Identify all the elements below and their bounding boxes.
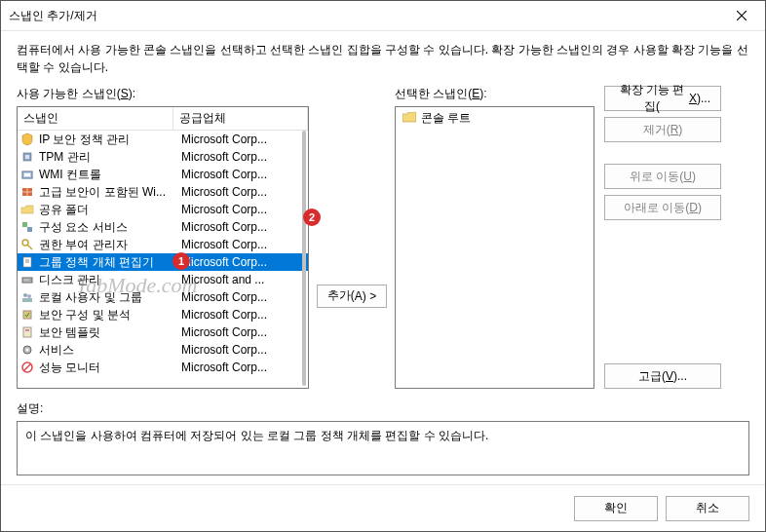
window-title: 스냅인 추가/제거 — [9, 8, 726, 24]
snapin-name: 로컬 사용자 및 그룹 — [37, 289, 175, 306]
close-button[interactable] — [726, 4, 757, 27]
close-icon — [737, 11, 747, 20]
svg-rect-3 — [25, 155, 29, 159]
description-text: 이 스냅인을 사용하여 컴퓨터에 저장되어 있는 로컬 그룹 정책 개체를 편집… — [25, 429, 488, 442]
svg-line-12 — [27, 245, 32, 249]
snapin-vendor: Microsoft Corp... — [175, 238, 308, 251]
svg-rect-10 — [27, 227, 32, 232]
ok-button[interactable]: 확인 — [574, 496, 658, 521]
annotation-badge-2: 2 — [303, 209, 321, 226]
annotation-badge-1: 1 — [172, 252, 190, 270]
gear-icon — [19, 342, 35, 358]
list-item[interactable]: 권한 부여 관리자Microsoft Corp... — [18, 236, 308, 253]
move-down-button[interactable]: 아래로 이동(D) — [604, 195, 721, 220]
edit-extensions-button[interactable]: 확장 기능 편집(X)... — [604, 86, 721, 111]
snapin-vendor: Microsoft Corp... — [175, 361, 308, 374]
snapin-name: 공유 폴더 — [37, 202, 175, 218]
list-item[interactable]: 그룹 정책 개체 편집기Microsoft Corp... — [18, 253, 308, 271]
shield-icon — [19, 132, 35, 147]
remove-button[interactable]: 제거(R) — [604, 117, 721, 142]
available-label: 사용 가능한 스냅인(S): — [17, 86, 309, 102]
dialog-footer: 확인 취소 — [1, 484, 765, 531]
snapin-vendor: Microsoft Corp... — [175, 308, 308, 322]
list-item[interactable]: 고급 보안이 포함된 Wi...Microsoft Corp... — [18, 183, 308, 201]
titlebar: 스냅인 추가/제거 — [1, 1, 765, 30]
svg-rect-5 — [24, 173, 30, 176]
perf-icon — [19, 360, 35, 375]
add-button[interactable]: 추가(A) > — [317, 285, 387, 308]
snapin-name: IP 보안 정책 관리 — [37, 132, 175, 148]
component-icon — [19, 219, 35, 235]
snapin-vendor: Microsoft Corp... — [175, 150, 308, 164]
folder-icon — [402, 110, 417, 126]
svg-rect-21 — [23, 311, 31, 319]
tree-root-item[interactable]: 콘솔 루트 — [398, 109, 592, 127]
firewall-icon — [19, 184, 35, 200]
list-header[interactable]: 스냅인 공급업체 — [18, 107, 308, 131]
snapin-vendor: Microsoft Corp... — [175, 185, 308, 199]
snapin-name: 그룹 정책 개체 편집기 — [37, 254, 175, 271]
scrollbar[interactable] — [302, 131, 306, 386]
wmi-icon — [19, 167, 35, 182]
secdb-icon — [19, 307, 35, 323]
move-up-button[interactable]: 위로 이동(U) — [604, 164, 721, 189]
dialog-description: 컴퓨터에서 사용 가능한 콘솔 스냅인을 선택하고 선택한 스냅인 집합을 구성… — [17, 41, 749, 76]
selected-snapins-tree[interactable]: 콘솔 루트 — [395, 106, 594, 389]
advanced-button[interactable]: 고급(V)... — [604, 363, 721, 389]
snapin-vendor: Microsoft Corp... — [175, 168, 308, 181]
snapin-name: 보안 구성 및 분석 — [37, 307, 175, 323]
list-item[interactable]: 보안 템플릿Microsoft Corp... — [18, 323, 308, 341]
snapin-name: 서비스 — [37, 342, 175, 359]
list-item[interactable]: TPM 관리Microsoft Corp... — [18, 148, 308, 166]
snapin-name: 보안 템플릿 — [37, 324, 175, 341]
description-label: 설명: — [17, 400, 749, 417]
snapin-name: 성능 모니터 — [37, 360, 175, 376]
snapin-vendor: Microsoft Corp... — [175, 133, 308, 146]
snapin-name: 권한 부여 관리자 — [37, 237, 175, 253]
svg-point-25 — [26, 349, 29, 352]
description-frame: 이 스냅인을 사용하여 컴퓨터에 저장되어 있는 로컬 그룹 정책 개체를 편집… — [17, 421, 749, 475]
snapin-dialog: 스냅인 추가/제거 컴퓨터에서 사용 가능한 콘솔 스냅인을 선택하고 선택한 … — [0, 0, 766, 532]
disk-icon — [19, 272, 35, 287]
snapin-vendor: Microsoft Corp... — [175, 325, 308, 339]
list-item[interactable]: 보안 구성 및 분석Microsoft Corp... — [18, 306, 308, 323]
snapin-vendor: Microsoft Corp... — [175, 343, 308, 357]
list-item[interactable]: 디스크 관리Microsoft and ... — [18, 271, 308, 288]
col-snapin[interactable]: 스냅인 — [18, 107, 173, 130]
doc-icon — [19, 254, 35, 270]
list-item[interactable]: 구성 요소 서비스Microsoft Corp... — [18, 218, 308, 236]
available-snapins-list[interactable]: 스냅인 공급업체 IP 보안 정책 관리Microsoft Corp...TPM… — [17, 106, 309, 389]
tree-root-label: 콘솔 루트 — [421, 110, 471, 127]
snapin-vendor: Microsoft Corp... — [175, 290, 308, 304]
svg-rect-20 — [22, 298, 32, 302]
snapin-name: 고급 보안이 포함된 Wi... — [37, 184, 175, 201]
list-item[interactable]: IP 보안 정책 관리Microsoft Corp... — [18, 131, 308, 148]
svg-rect-23 — [25, 329, 29, 331]
list-item[interactable]: 로컬 사용자 및 그룹Microsoft Corp... — [18, 288, 308, 306]
chip-icon — [19, 149, 35, 165]
snapin-name: TPM 관리 — [37, 149, 175, 166]
key-icon — [19, 237, 35, 252]
sectempl-icon — [19, 324, 35, 340]
list-item[interactable]: 서비스Microsoft Corp... — [18, 341, 308, 359]
svg-point-19 — [27, 294, 31, 298]
snapin-vendor: Microsoft Corp... — [175, 255, 308, 269]
col-vendor[interactable]: 공급업체 — [173, 107, 308, 130]
list-item[interactable]: 공유 폴더Microsoft Corp... — [18, 201, 308, 218]
snapin-name: 구성 요소 서비스 — [37, 219, 175, 236]
snapin-name: 디스크 관리 — [37, 272, 175, 288]
svg-rect-22 — [23, 327, 31, 337]
snapin-vendor: Microsoft Corp... — [175, 203, 308, 216]
snapin-vendor: Microsoft Corp... — [175, 220, 308, 234]
selected-label: 선택한 스냅인(E): — [395, 86, 594, 102]
snapin-name: WMI 컨트롤 — [37, 167, 175, 183]
svg-point-18 — [23, 293, 27, 297]
folder-share-icon — [19, 202, 35, 217]
list-item[interactable]: 성능 모니터Microsoft Corp... — [18, 359, 308, 376]
users-icon — [19, 289, 35, 305]
cancel-button[interactable]: 취소 — [666, 496, 749, 521]
svg-rect-9 — [22, 222, 27, 227]
snapin-vendor: Microsoft and ... — [175, 273, 308, 286]
svg-point-17 — [29, 280, 31, 282]
list-item[interactable]: WMI 컨트롤Microsoft Corp... — [18, 166, 308, 183]
